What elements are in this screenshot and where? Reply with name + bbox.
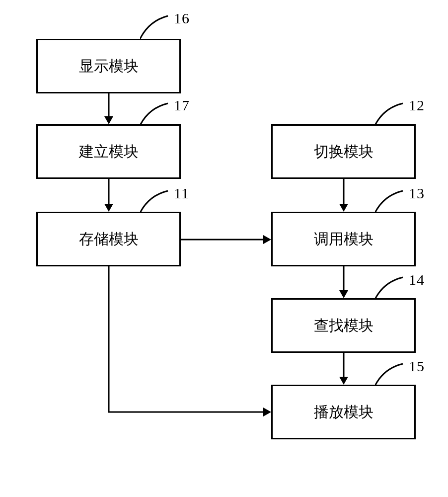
svg-marker-3 <box>104 204 113 212</box>
node-label: 播放模块 <box>314 402 373 422</box>
leader-line-icon <box>375 363 405 383</box>
node-play-module: 播放模块 <box>271 385 416 439</box>
node-label: 建立模块 <box>79 142 139 162</box>
svg-marker-11 <box>339 377 348 385</box>
arrow-icon <box>338 353 350 385</box>
svg-marker-7 <box>263 235 271 244</box>
node-number: 11 <box>174 185 189 202</box>
svg-marker-9 <box>339 290 348 298</box>
svg-marker-1 <box>104 116 113 124</box>
leader-line-icon <box>375 276 405 296</box>
node-label: 调用模块 <box>314 229 373 249</box>
svg-marker-5 <box>339 204 348 212</box>
arrow-icon <box>103 93 115 124</box>
diagram-canvas: 显示模块 16 建立模块 17 存储模块 11 <box>0 0 448 497</box>
node-label: 存储模块 <box>79 229 139 249</box>
leader-line-icon <box>140 102 170 122</box>
node-number: 12 <box>409 97 425 114</box>
arrow-icon <box>338 266 350 298</box>
node-number: 17 <box>174 97 190 114</box>
node-number: 15 <box>409 358 425 375</box>
node-label: 显示模块 <box>79 56 139 77</box>
node-number: 16 <box>174 10 190 27</box>
arrow-elbow-icon <box>99 266 273 420</box>
node-call-module: 调用模块 <box>271 212 416 266</box>
node-switch-module: 切换模块 <box>271 124 416 179</box>
arrow-icon <box>103 179 115 212</box>
leader-line-icon <box>140 15 170 35</box>
arrow-icon <box>181 234 271 246</box>
arrow-icon <box>338 179 350 212</box>
leader-line-icon <box>375 190 405 210</box>
leader-line-icon <box>375 102 405 122</box>
node-create-module: 建立模块 <box>36 124 181 179</box>
node-number: 13 <box>409 185 425 202</box>
leader-line-icon <box>140 190 170 210</box>
svg-marker-12 <box>263 408 271 416</box>
node-storage-module: 存储模块 <box>36 212 181 266</box>
node-display-module: 显示模块 <box>36 39 181 93</box>
node-label: 切换模块 <box>314 142 373 162</box>
node-label: 查找模块 <box>314 316 373 336</box>
node-number: 14 <box>409 271 425 288</box>
node-search-module: 查找模块 <box>271 298 416 353</box>
